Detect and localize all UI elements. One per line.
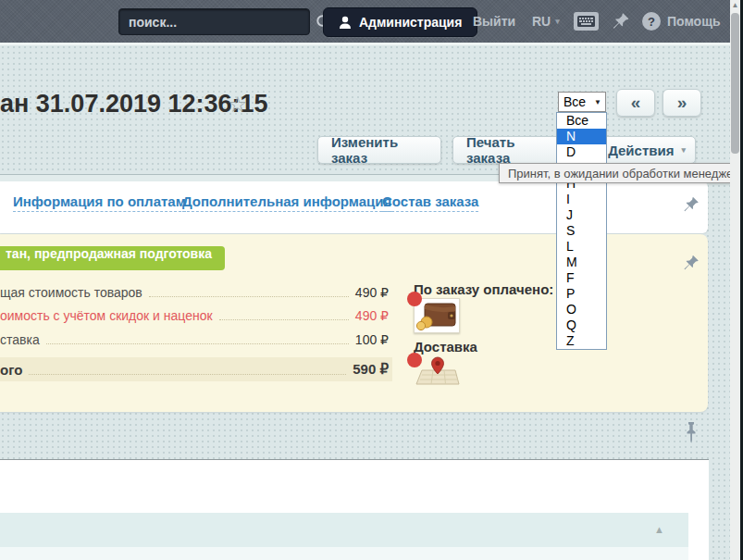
status-option[interactable]: M (557, 255, 606, 270)
pin-section-icon[interactable] (681, 194, 701, 215)
admin-menu-label: Администрация (359, 15, 462, 30)
language-label: RU (532, 14, 551, 29)
dotted-leader (219, 319, 349, 320)
cost-value: 490 ₽ (355, 285, 389, 300)
status-filter-select[interactable]: Все ▼ (558, 92, 606, 112)
cost-value: 490 ₽ (355, 308, 389, 323)
status-option-selected[interactable]: N (557, 129, 606, 144)
search-box[interactable] (118, 8, 310, 35)
status-option[interactable]: Z (557, 333, 606, 349)
favorite-star-icon[interactable]: ☆ (228, 92, 248, 118)
order-items-panel: ▲ (0, 459, 709, 560)
scroll-up-icon[interactable]: ▲ (730, 1, 740, 9)
cost-label: ставка (0, 332, 40, 347)
status-option[interactable]: I (557, 192, 606, 207)
order-page: Администрация Выйти RU ▾ ? Помощь ан 31.… (0, 0, 743, 560)
top-navigation-bar: Администрация Выйти RU ▾ ? Помощь (0, 0, 743, 45)
cost-row-grand-total: ого 590 ₽ (0, 357, 392, 381)
status-option[interactable]: J (557, 207, 606, 223)
user-icon (339, 16, 352, 30)
edit-order-label: Изменить заказ (331, 134, 427, 166)
actions-menu-label: Действия (608, 143, 674, 158)
language-switcher[interactable]: RU ▾ (532, 14, 560, 29)
cost-label: щая стоимость товаров (0, 285, 142, 300)
chevron-down-icon: ▾ (555, 18, 560, 26)
cost-label: оимость с учётом скидок и наценок (0, 308, 213, 323)
status-option[interactable]: O (557, 302, 606, 317)
cost-value: 100 ₽ (355, 332, 389, 347)
status-option[interactable]: L (557, 239, 606, 255)
logout-link[interactable]: Выйти (473, 14, 515, 29)
delivery-label: Доставка (414, 339, 477, 355)
status-option[interactable]: F (557, 270, 606, 286)
select-caret-icon: ▼ (594, 98, 605, 106)
status-option[interactable]: S (557, 223, 606, 239)
cost-row-total-goods: щая стоимость товаров 490 ₽ (0, 285, 389, 300)
pin-section-icon[interactable] (681, 253, 701, 273)
tab-order-contents[interactable]: Состав заказа (382, 193, 478, 212)
wallet-icon (416, 301, 457, 330)
pin-section-icon[interactable] (684, 421, 699, 449)
admin-menu-button[interactable]: Администрация (323, 7, 477, 37)
paid-amount-label: По заказу оплачено: 0 ₽ (414, 281, 578, 298)
total-label: ого (0, 362, 22, 378)
status-option[interactable]: D (557, 144, 606, 160)
prev-order-button[interactable]: « (616, 89, 655, 117)
vertical-scrollbar[interactable]: ▲ (730, 0, 740, 560)
help-label: Помощь (667, 14, 721, 29)
status-filter-value: Все (559, 94, 594, 109)
help-menu[interactable]: ? Помощь (642, 12, 721, 31)
delivery-notification-badge (407, 353, 422, 367)
help-icon: ? (642, 12, 661, 31)
payment-notification-badge (407, 292, 422, 306)
dotted-leader (149, 296, 349, 297)
collapsible-section-header[interactable]: ▲ (0, 513, 688, 547)
print-order-label: Печать заказа (466, 134, 551, 166)
status-option[interactable]: Q (557, 317, 606, 333)
total-value: 590 ₽ (353, 361, 392, 378)
next-order-button[interactable]: » (663, 89, 701, 117)
status-option[interactable]: Все (557, 113, 606, 129)
dotted-leader (29, 374, 346, 375)
collapse-arrow-icon[interactable]: ▲ (654, 524, 664, 535)
keyboard-icon[interactable] (574, 12, 599, 31)
pin-toolbar-icon[interactable] (611, 10, 631, 32)
cost-row-with-discounts: оимость с учётом скидок и наценок 490 ₽ (0, 308, 389, 323)
scrollbar-thumb[interactable] (731, 13, 739, 154)
search-input[interactable] (119, 15, 316, 30)
tab-payments-info[interactable]: Информация по оплатам (13, 193, 186, 212)
order-status-badge: тан, предпродажная подготовка (0, 246, 225, 270)
chevron-down-icon: ▾ (681, 146, 686, 155)
status-tooltip: Принят, в ожидании обработки менеджером (499, 163, 743, 183)
dotted-leader (46, 343, 349, 344)
payments-widget[interactable] (414, 298, 460, 333)
cost-row-delivery: ставка 100 ₽ (0, 332, 389, 347)
tab-additional-info[interactable]: Дополнительная информация (182, 193, 391, 212)
print-order-button[interactable]: Печать заказа (452, 136, 564, 164)
edit-order-button[interactable]: Изменить заказ (317, 136, 441, 164)
status-option[interactable]: P (557, 286, 606, 302)
status-dropdown-list: Все N D H I J S L M F P O Q Z (556, 112, 607, 350)
table-row (0, 547, 688, 560)
